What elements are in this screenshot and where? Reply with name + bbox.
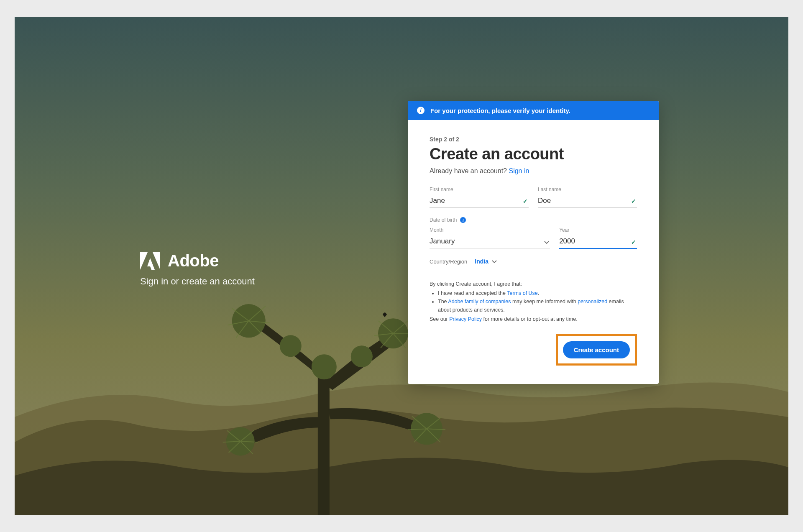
brand-name: Adobe <box>168 251 219 270</box>
check-icon: ✓ <box>631 239 636 246</box>
legal-fragment: I have read and accepted the <box>438 290 507 296</box>
svg-point-7 <box>351 345 373 367</box>
svg-point-5 <box>312 354 337 379</box>
info-icon: i <box>417 107 425 114</box>
legal-intro: By clicking Create account, I agree that… <box>430 280 637 288</box>
chevron-down-icon <box>492 258 497 265</box>
month-select[interactable] <box>430 235 550 248</box>
last-name-label: Last name <box>538 187 637 192</box>
legal-fragment: See our <box>430 316 449 322</box>
last-name-field: Last name ✓ <box>538 187 637 208</box>
info-icon[interactable]: i <box>460 217 466 223</box>
month-field: Month <box>430 227 550 249</box>
legal-fragment: may keep me informed with <box>511 299 578 304</box>
check-icon: ✓ <box>523 198 528 205</box>
first-name-input[interactable] <box>430 194 529 208</box>
legal-fragment: for more details or to opt-out at any ti… <box>482 316 578 322</box>
brand-block: Adobe Sign in or create an account <box>140 251 255 287</box>
first-name-field: First name ✓ <box>430 187 529 208</box>
personalized-link[interactable]: personalized <box>578 299 607 304</box>
region-select[interactable]: India <box>475 258 497 265</box>
subtitle: Already have an account? Sign in <box>430 167 637 175</box>
brand-tagline: Sign in or create an account <box>140 276 255 287</box>
step-indicator: Step 2 of 2 <box>430 136 637 143</box>
landscape-illustration <box>15 241 788 515</box>
identity-banner: i For your protection, please verify you… <box>408 101 659 120</box>
last-name-input[interactable] <box>538 194 637 208</box>
legal-text: By clicking Create account, I agree that… <box>430 280 637 323</box>
first-name-label: First name <box>430 187 529 192</box>
create-account-button[interactable]: Create account <box>563 341 630 358</box>
svg-rect-0 <box>318 375 330 515</box>
signup-card: i For your protection, please verify you… <box>408 101 659 384</box>
year-field: Year ✓ <box>559 227 637 249</box>
page-title: Create an account <box>430 145 637 163</box>
background-scene: Adobe Sign in or create an account i For… <box>15 17 788 515</box>
dob-label-text: Date of birth <box>430 217 457 223</box>
already-have-text: Already have an account? <box>430 167 509 174</box>
year-input[interactable] <box>559 235 637 249</box>
legal-fragment: The <box>438 299 448 304</box>
banner-text: For your protection, please verify your … <box>430 107 570 114</box>
dob-section-label: Date of birth i <box>430 217 637 223</box>
check-icon: ✓ <box>631 198 636 205</box>
month-label: Month <box>430 227 550 233</box>
legal-fragment: . <box>538 290 539 296</box>
svg-point-6 <box>280 335 302 357</box>
adobe-logo-icon <box>140 252 160 270</box>
region-value-text: India <box>475 258 488 265</box>
sign-in-link[interactable]: Sign in <box>509 167 529 174</box>
terms-of-use-link[interactable]: Terms of Use <box>507 290 538 296</box>
tutorial-highlight: Create account <box>556 334 637 366</box>
region-label: Country/Region <box>430 258 467 265</box>
year-label: Year <box>559 227 637 233</box>
privacy-policy-link[interactable]: Privacy Policy <box>449 316 482 322</box>
adobe-family-link[interactable]: Adobe family of companies <box>448 299 511 304</box>
